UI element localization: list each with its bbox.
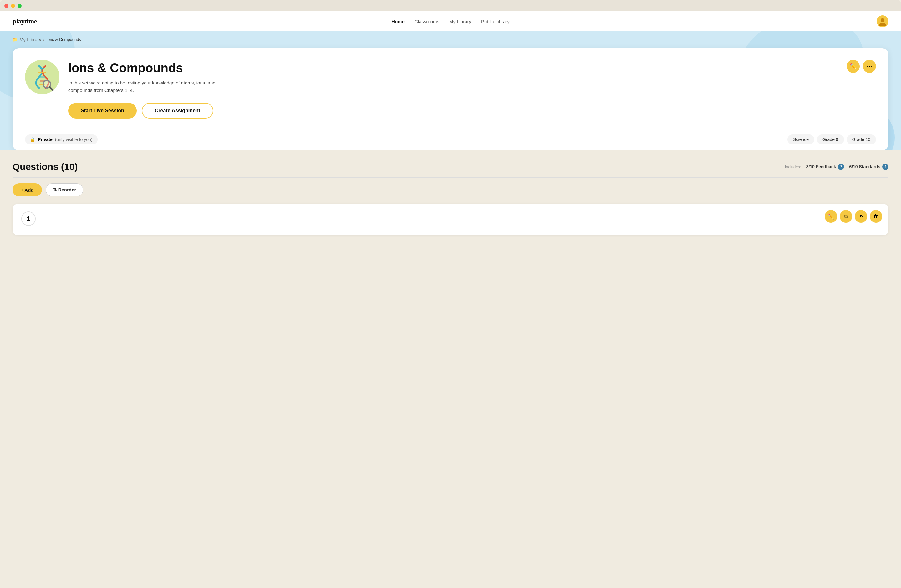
trash-icon: 🗑 [873, 214, 878, 219]
feedback-help-label: ? [840, 165, 842, 169]
card-meta: 🔒 Private (only visible to you) Science … [25, 129, 876, 150]
minimize-button[interactable] [11, 4, 15, 8]
maximize-button[interactable] [17, 4, 22, 8]
set-description: In this set we're going to be testing yo… [68, 79, 224, 94]
feedback-help-icon[interactable]: ? [838, 163, 844, 170]
breadcrumb: 📁 My Library › Ions & Compounds [0, 31, 901, 42]
question-delete-button[interactable]: 🗑 [870, 210, 882, 223]
more-icon: ··· [867, 63, 872, 70]
window-chrome [0, 0, 901, 11]
privacy-label: Private [38, 137, 53, 142]
nav-public-library[interactable]: Public Library [481, 19, 510, 24]
standards-stat: 6/10 Standards ? [849, 163, 889, 170]
create-assignment-button[interactable]: Create Assignment [142, 103, 214, 118]
tag-list: Science Grade 9 Grade 10 [787, 134, 876, 145]
breadcrumb-current: Ions & Compounds [46, 37, 81, 42]
standards-help-label: ? [884, 165, 887, 169]
privacy-note: (only visible to you) [55, 137, 93, 142]
privacy-badge: 🔒 Private (only visible to you) [25, 134, 98, 145]
tag-grade9[interactable]: Grade 9 [817, 134, 844, 145]
bottom-section: Questions (10) Includes: 8/10 Feedback ?… [0, 150, 901, 246]
edit-button[interactable]: ✏️ [846, 60, 860, 73]
question-edit-button[interactable]: ✏️ [825, 210, 837, 223]
more-options-button[interactable]: ··· [863, 60, 876, 73]
user-avatar[interactable] [877, 16, 889, 27]
standards-help-icon[interactable]: ? [882, 163, 889, 170]
breadcrumb-separator: › [43, 37, 44, 42]
question-number-1: 1 [21, 212, 36, 226]
breadcrumb-library[interactable]: My Library [19, 37, 41, 42]
page-background: 📁 My Library › Ions & Compounds [0, 31, 901, 150]
question-copy-button[interactable]: ⧉ [840, 210, 852, 223]
header: playtime Home Classrooms My Library Publ… [0, 11, 901, 31]
card-top: Ions & Compounds In this set we're going… [25, 60, 876, 129]
logo: playtime [12, 17, 37, 25]
lock-icon: 🔒 [30, 137, 35, 142]
add-question-button[interactable]: + Add [12, 183, 42, 196]
questions-header: Questions (10) Includes: 8/10 Feedback ?… [12, 162, 889, 178]
question-1-actions: ✏️ ⧉ 👁 🗑 [825, 210, 882, 223]
tag-science[interactable]: Science [787, 134, 814, 145]
eye-icon: 👁 [859, 214, 864, 219]
tag-grade10[interactable]: Grade 10 [846, 134, 876, 145]
reorder-button[interactable]: ⇅ Reorder [46, 183, 84, 196]
standards-value: 6/10 Standards [849, 164, 880, 169]
svg-point-1 [881, 18, 884, 22]
set-thumbnail [25, 60, 59, 94]
pencil-icon: ✏️ [850, 63, 857, 70]
card-actions: ✏️ ··· [846, 60, 876, 73]
set-info: Ions & Compounds In this set we're going… [68, 60, 838, 118]
copy-icon: ⧉ [844, 214, 848, 219]
questions-controls: + Add ⇅ Reorder [12, 183, 889, 196]
nav-home[interactable]: Home [391, 19, 405, 24]
start-live-session-button[interactable]: Start Live Session [68, 103, 137, 118]
set-card: Ions & Compounds In this set we're going… [12, 48, 889, 150]
folder-icon: 📁 [12, 37, 17, 42]
nav: Home Classrooms My Library Public Librar… [391, 19, 510, 24]
card-buttons: Start Live Session Create Assignment [68, 103, 838, 118]
feedback-stat: 8/10 Feedback ? [806, 163, 844, 170]
includes-label: Includes: [785, 165, 801, 169]
question-preview-button[interactable]: 👁 [855, 210, 867, 223]
edit-icon: ✏️ [828, 214, 834, 219]
close-button[interactable] [5, 4, 8, 8]
questions-title: Questions (10) [12, 162, 78, 172]
feedback-value: 8/10 Feedback [806, 164, 836, 169]
question-card-1: 1 ✏️ ⧉ 👁 🗑 [12, 204, 889, 235]
nav-my-library[interactable]: My Library [449, 19, 471, 24]
svg-line-9 [50, 87, 53, 90]
set-card-container: Ions & Compounds In this set we're going… [0, 42, 901, 150]
set-title: Ions & Compounds [68, 61, 838, 75]
nav-classrooms[interactable]: Classrooms [415, 19, 439, 24]
